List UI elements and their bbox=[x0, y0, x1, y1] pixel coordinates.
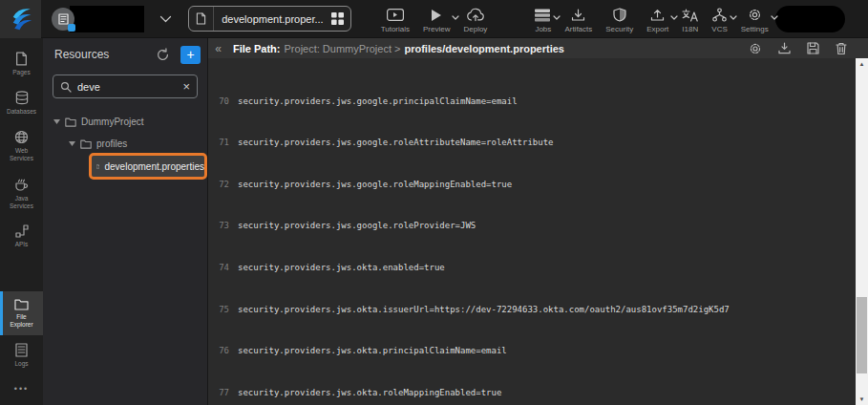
code-line[interactable]: 72 security.providers.jws.google.roleMap… bbox=[212, 180, 855, 190]
line-text: security.providers.jws.google.roleMappin… bbox=[238, 180, 512, 190]
tree-item-label: profiles bbox=[96, 139, 127, 149]
settings-button[interactable]: Settings bbox=[734, 7, 775, 33]
code-line[interactable]: 73 security.providers.jws.google.rolePro… bbox=[212, 221, 855, 231]
code-line[interactable]: 75 security.providers.jws.okta.issuerUrl… bbox=[212, 305, 855, 315]
line-number: 70 bbox=[212, 96, 229, 107]
vcs-icon bbox=[712, 7, 727, 23]
chevron-down-icon[interactable] bbox=[159, 15, 172, 23]
toolbar-actions: Tutorials Preview Deploy Jobs bbox=[374, 7, 775, 33]
chevron-down-icon[interactable] bbox=[771, 15, 778, 20]
pages-icon bbox=[15, 52, 28, 66]
file-path-prefix: File Path: bbox=[233, 43, 281, 54]
search-input[interactable] bbox=[77, 81, 177, 93]
line-number: 73 bbox=[212, 221, 229, 231]
vertical-scrollbar[interactable]: ▲ ▼ bbox=[856, 58, 868, 405]
tutorials-button[interactable]: Tutorials bbox=[374, 7, 416, 33]
tool-label: Settings bbox=[741, 25, 769, 33]
tool-label: Preview bbox=[423, 25, 450, 33]
tree-item-folder[interactable]: profiles bbox=[43, 133, 207, 155]
jobs-button[interactable]: Jobs bbox=[528, 7, 558, 33]
file-explorer-icon bbox=[14, 299, 29, 310]
tree-item-project[interactable]: DummyProject bbox=[43, 111, 207, 133]
line-text: security.providers.jws.okta.issuerUrl=ht… bbox=[238, 305, 730, 315]
line-number: 72 bbox=[212, 180, 229, 190]
save-icon[interactable] bbox=[807, 42, 819, 54]
tutorials-icon bbox=[387, 7, 404, 23]
sidebar-item-pages[interactable]: Pages bbox=[0, 44, 43, 83]
folder-icon bbox=[65, 117, 76, 127]
line-number: 74 bbox=[212, 263, 229, 273]
vcs-button[interactable]: VCS bbox=[705, 7, 733, 33]
editor-area: « File Path: Project: DummyProject > pro… bbox=[208, 38, 868, 405]
refresh-icon[interactable] bbox=[154, 46, 172, 64]
sidebar-item-label: Pages bbox=[6, 69, 38, 76]
file-path-bar: « File Path: Project: DummyProject > pro… bbox=[208, 38, 868, 58]
workspace-name-redacted[interactable] bbox=[70, 6, 144, 32]
line-number: 71 bbox=[212, 138, 229, 148]
sidebar-item-logs[interactable]: Logs bbox=[0, 335, 43, 374]
code-line[interactable]: 74 security.providers.jws.okta.enabled=t… bbox=[212, 263, 855, 273]
settings-icon bbox=[748, 7, 762, 23]
sidebar-item-file-explorer[interactable]: File Explorer bbox=[0, 291, 43, 335]
more-icon[interactable]: ••• bbox=[0, 374, 43, 405]
sidebar-item-databases[interactable]: Databases bbox=[0, 83, 43, 122]
code-line[interactable]: 76 security.providers.jws.okta.principal… bbox=[212, 346, 855, 356]
tree-item-label: DummyProject bbox=[81, 117, 144, 127]
resources-search[interactable]: × bbox=[53, 75, 198, 98]
resources-tree: DummyProject profiles development.proper… bbox=[43, 111, 207, 177]
tool-label: Artifacts bbox=[564, 25, 592, 33]
apis-icon bbox=[15, 224, 29, 238]
app-logo[interactable] bbox=[0, 0, 41, 38]
jobs-icon bbox=[535, 7, 551, 23]
delete-icon[interactable] bbox=[836, 42, 847, 55]
user-info-redacted[interactable] bbox=[775, 6, 845, 32]
tool-label: VCS bbox=[711, 25, 727, 33]
caret-icon bbox=[53, 119, 60, 124]
code-line[interactable]: 77 security.providers.jws.okta.roleMappi… bbox=[212, 388, 855, 398]
preview-button[interactable]: Preview bbox=[416, 7, 456, 33]
sidebar-item-web-services[interactable]: Web Services bbox=[0, 122, 43, 169]
gear-icon[interactable] bbox=[749, 42, 762, 55]
file-actions bbox=[749, 42, 847, 55]
search-icon bbox=[60, 81, 72, 93]
file-path-project: Project: DummyProject > bbox=[285, 43, 401, 54]
sidebar-item-label: File Explorer bbox=[6, 313, 38, 329]
tab-label: development.proper... bbox=[214, 13, 330, 25]
line-number: 75 bbox=[212, 305, 229, 315]
collapse-panel-icon[interactable]: « bbox=[211, 43, 225, 54]
file-icon bbox=[96, 161, 99, 172]
add-resource-button[interactable]: + bbox=[180, 46, 201, 64]
i18n-icon bbox=[682, 7, 698, 23]
export-button[interactable]: Export bbox=[640, 7, 675, 33]
logs-icon bbox=[15, 343, 28, 357]
deploy-button[interactable]: Deploy bbox=[456, 7, 494, 33]
sidebar-item-label: Web Services bbox=[6, 147, 38, 162]
scroll-up-icon[interactable]: ▲ bbox=[856, 61, 868, 67]
code-view[interactable]: 70 security.providers.jws.google.princip… bbox=[212, 54, 855, 405]
java-services-icon bbox=[14, 178, 29, 192]
sidebar-item-label: APIs bbox=[6, 241, 38, 248]
download-icon[interactable] bbox=[778, 42, 791, 54]
clear-search-icon[interactable]: × bbox=[182, 80, 190, 93]
scroll-down-icon[interactable]: ▼ bbox=[856, 396, 868, 402]
grid-icon[interactable] bbox=[331, 12, 350, 25]
sidebar-item-java-services[interactable]: Java Services bbox=[0, 170, 43, 217]
sidebar-item-apis[interactable]: APIs bbox=[0, 217, 43, 255]
i18n-button[interactable]: I18N bbox=[675, 7, 705, 33]
code-line[interactable]: 71 security.providers.jws.google.roleAtt… bbox=[212, 138, 855, 148]
line-text: security.providers.jws.okta.enabled=true bbox=[238, 263, 445, 273]
open-file-tab[interactable]: development.proper... bbox=[188, 6, 350, 32]
tree-item-file-selected[interactable]: development.properties bbox=[92, 156, 204, 177]
resources-panel: Resources + × DummyProject profiles deve… bbox=[43, 38, 208, 405]
scrollbar-thumb[interactable] bbox=[857, 297, 867, 373]
security-button[interactable]: Security bbox=[599, 7, 640, 33]
tool-label: Security bbox=[605, 25, 633, 33]
code-line[interactable]: 70 security.providers.jws.google.princip… bbox=[212, 96, 855, 107]
artifacts-icon bbox=[571, 7, 585, 23]
line-number: 77 bbox=[212, 388, 229, 398]
tool-label: Deploy bbox=[463, 25, 487, 33]
artifacts-button[interactable]: Artifacts bbox=[558, 7, 599, 33]
folder-icon bbox=[80, 139, 92, 149]
line-number: 76 bbox=[212, 346, 229, 356]
workspace-icon[interactable] bbox=[52, 8, 74, 31]
